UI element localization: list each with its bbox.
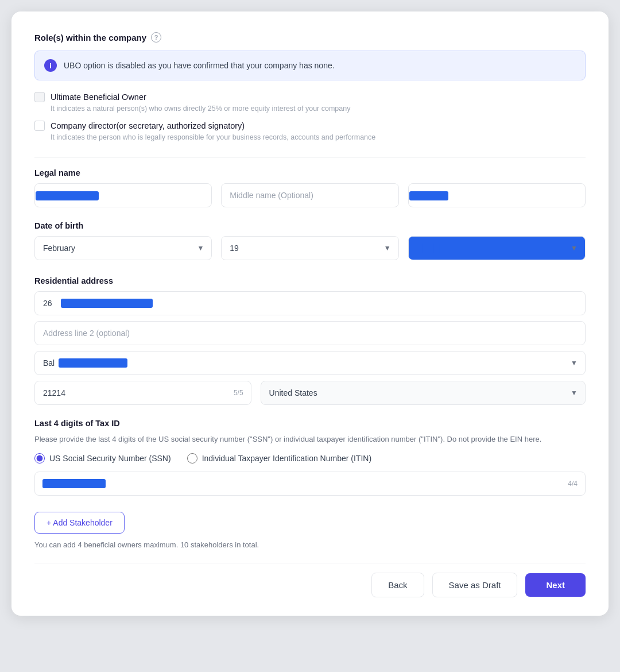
roles-label-text: Role(s) within the company <box>34 33 146 43</box>
main-card: Role(s) within the company ? i UBO optio… <box>11 11 609 616</box>
draft-label: Save as Draft <box>449 580 501 590</box>
ubo-checkbox-row[interactable]: Ultimate Beneficial Owner <box>34 92 586 102</box>
ubo-checkbox-item: Ultimate Beneficial Owner It indicates a… <box>34 92 586 113</box>
first-name-input[interactable] <box>34 183 212 207</box>
dob-month-wrapper: January February March April May June Ju… <box>34 236 212 260</box>
address-line2-wrapper <box>34 321 586 345</box>
address-line1-input[interactable] <box>34 291 586 315</box>
tax-id-desc: Please provide the last 4 digits of the … <box>34 434 586 445</box>
middle-name-field-wrapper <box>221 183 398 207</box>
zip-input[interactable] <box>34 381 251 405</box>
info-icon: i <box>44 59 57 72</box>
roles-section-label: Role(s) within the company ? <box>34 32 586 43</box>
dob-row: January February March April May June Ju… <box>34 236 586 260</box>
tax-id-input[interactable] <box>34 472 586 496</box>
info-banner-text: UBO option is disabled as you have confi… <box>64 61 335 70</box>
director-checkbox-row[interactable]: Company director(or secretary, authorize… <box>34 121 586 131</box>
help-icon[interactable]: ? <box>151 32 161 43</box>
first-name-field-wrapper <box>34 183 212 207</box>
legal-name-label: Legal name <box>34 168 586 177</box>
address-label: Residential address <box>34 276 586 285</box>
tax-input-wrapper: 4/4 <box>34 472 586 496</box>
director-checkbox-item: Company director(or secretary, authorize… <box>34 121 586 141</box>
info-banner: i UBO option is disabled as you have con… <box>34 51 586 80</box>
city-wrapper: ▼ <box>34 351 586 375</box>
tax-section: Last 4 digits of Tax ID Please provide t… <box>34 419 586 496</box>
ssn-radio-label: US Social Security Number (SSN) <box>49 454 171 463</box>
director-label: Company director(or secretary, authorize… <box>51 121 245 130</box>
city-input[interactable] <box>34 351 586 375</box>
director-checkbox[interactable] <box>34 121 45 131</box>
next-label: Next <box>546 580 565 590</box>
legal-name-row <box>34 183 586 207</box>
address-section: Residential address ▼ 5/5 <box>34 276 586 405</box>
director-desc: It indicates the person who is legally r… <box>51 133 586 141</box>
address-line2-input[interactable] <box>34 321 586 345</box>
next-button[interactable]: Next <box>525 573 586 597</box>
footer-actions: Back Save as Draft Next <box>34 563 586 597</box>
tax-id-label: Last 4 digits of Tax ID <box>34 419 586 428</box>
dob-day-wrapper: 1234 5678 9101112 13141516 17181920 2122… <box>221 236 398 260</box>
last-name-input[interactable] <box>408 183 586 207</box>
back-label: Back <box>388 580 407 590</box>
roles-checkbox-group: Ultimate Beneficial Owner It indicates a… <box>34 92 586 141</box>
last-name-field-wrapper <box>408 183 586 207</box>
dob-month-select[interactable]: January February March April May June Ju… <box>34 236 212 260</box>
ssn-radio[interactable] <box>34 453 45 464</box>
add-stakeholder-button[interactable]: + Add Stakeholder <box>34 512 125 534</box>
ssn-radio-item[interactable]: US Social Security Number (SSN) <box>34 453 171 464</box>
dob-year-select[interactable]: ████ <box>408 236 586 260</box>
itin-radio[interactable] <box>187 453 197 464</box>
divider-1 <box>34 157 586 158</box>
dob-label: Date of birth <box>34 221 586 230</box>
address-line1-wrapper <box>34 291 586 315</box>
dob-year-wrapper: ████ ▼ <box>408 236 586 260</box>
itin-radio-label: Individual Taxpayer Identification Numbe… <box>202 454 371 463</box>
tax-radio-row: US Social Security Number (SSN) Individu… <box>34 453 586 464</box>
stakeholder-note: You can add 4 beneficial owners maximum.… <box>34 540 586 549</box>
address-row2: 5/5 United States ▼ <box>34 381 586 405</box>
add-stakeholder-label: + Add Stakeholder <box>46 518 113 527</box>
itin-radio-item[interactable]: Individual Taxpayer Identification Numbe… <box>187 453 371 464</box>
country-select[interactable]: United States <box>261 381 586 405</box>
save-draft-button[interactable]: Save as Draft <box>432 573 518 597</box>
dob-day-select[interactable]: 1234 5678 9101112 13141516 17181920 2122… <box>221 236 398 260</box>
ubo-checkbox[interactable] <box>34 92 45 102</box>
zip-wrapper: 5/5 <box>34 381 251 405</box>
middle-name-input[interactable] <box>221 183 398 207</box>
ubo-desc: It indicates a natural person(s) who own… <box>51 105 586 113</box>
ubo-label: Ultimate Beneficial Owner <box>51 92 146 102</box>
country-wrapper: United States ▼ <box>261 381 586 405</box>
back-button[interactable]: Back <box>371 573 424 597</box>
